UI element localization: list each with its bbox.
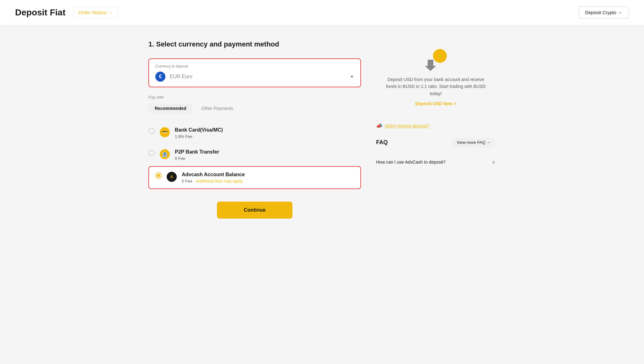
view-more-faq-button[interactable]: View more FAQ → [452, 138, 496, 147]
currency-selector[interactable]: Currency to deposit € EUREuro ▼ [148, 58, 361, 87]
page-title: Deposit Fiat [15, 8, 65, 18]
promo-card: Deposit USD from your bank account and r… [376, 40, 496, 115]
currency-name: Euro [182, 74, 192, 79]
bank-card-details: Bank Card(Visa/MC) 1.8% Fee [175, 127, 223, 139]
advcash-name: Advcash Account Balance [182, 172, 245, 177]
p2p-details: P2P Bank Transfer 0 Fee [175, 149, 219, 161]
faq-section: FAQ View more FAQ → How can I use AdvCas… [376, 138, 496, 171]
section-title: 1. Select currency and payment method [148, 40, 361, 48]
faq-title: FAQ [376, 139, 388, 146]
bank-card-fee: 1.8% Fee [175, 134, 223, 139]
didnt-receive-section: 📣 Didn't receive deposit? [376, 123, 496, 129]
header: Deposit Fiat Order History → Deposit Cry… [0, 0, 644, 25]
advcash-additional-fee: Additional fees may apply [196, 179, 242, 183]
p2p-name: P2P Bank Transfer [175, 149, 219, 155]
payment-tabs: Recommended Other Payments [148, 103, 361, 113]
payment-methods-list: 💳 Bank Card(Visa/MC) 1.8% Fee 🏦 P2P Bank… [148, 122, 361, 189]
right-panel: Deposit USD from your bank account and r… [376, 40, 496, 219]
faq-item-advcash[interactable]: How can I use AdvCash to deposit? ∨ [376, 154, 496, 171]
currency-value: € EUREuro ▼ [155, 72, 354, 82]
p2p-fee: 0 Fee [175, 156, 219, 161]
deposit-crypto-button[interactable]: Deposit Crypto → [579, 6, 629, 19]
left-column: 1. Select currency and payment method Cu… [148, 40, 361, 219]
bank-card-icon: 💳 [160, 127, 170, 137]
promo-text: Deposit USD from your bank account and r… [384, 76, 488, 97]
eur-icon: € [155, 72, 165, 82]
radio-advcash[interactable] [155, 172, 162, 179]
continue-button[interactable]: Continue [217, 202, 292, 219]
faq-header: FAQ View more FAQ → [376, 138, 496, 147]
header-left: Deposit Fiat Order History → [15, 7, 118, 18]
advcash-icon: A [167, 172, 177, 182]
p2p-icon: 🏦 [160, 149, 170, 159]
payment-option-p2p[interactable]: 🏦 P2P Bank Transfer 0 Fee [148, 144, 361, 166]
advcash-details: Advcash Account Balance 0 Fee Additional… [182, 172, 245, 183]
bell-icon: 📣 [376, 123, 382, 129]
promo-link[interactable]: Deposit USD Now > [415, 101, 456, 106]
tab-other-payments[interactable]: Other Payments [195, 103, 239, 113]
chevron-down-icon: ∨ [492, 159, 496, 165]
radio-bank-card[interactable] [148, 128, 155, 134]
tab-recommended[interactable]: Recommended [148, 103, 192, 113]
bank-card-name: Bank Card(Visa/MC) [175, 127, 223, 133]
continue-wrapper: Continue [148, 202, 361, 219]
currency-text: EUREuro [169, 74, 192, 79]
radio-p2p[interactable] [148, 150, 155, 156]
payment-option-advcash[interactable]: A Advcash Account Balance 0 Fee Addition… [148, 166, 361, 189]
currency-info: € EUREuro [155, 72, 192, 82]
dropdown-arrow-icon: ▼ [350, 74, 354, 79]
promo-icon [425, 49, 447, 71]
coin-icon [433, 49, 447, 63]
currency-label: Currency to deposit [155, 64, 354, 68]
payment-option-bank-card[interactable]: 💳 Bank Card(Visa/MC) 1.8% Fee [148, 122, 361, 144]
pay-with-label: Pay with [148, 95, 361, 100]
advcash-fee: 0 Fee Additional fees may apply [182, 179, 245, 183]
order-history-button[interactable]: Order History → [73, 7, 118, 18]
arrow-down-icon [425, 60, 436, 71]
didnt-receive-link[interactable]: Didn't receive deposit? [385, 123, 429, 128]
main-content: 1. Select currency and payment method Cu… [133, 25, 511, 234]
faq-question: How can I use AdvCash to deposit? [376, 159, 446, 166]
